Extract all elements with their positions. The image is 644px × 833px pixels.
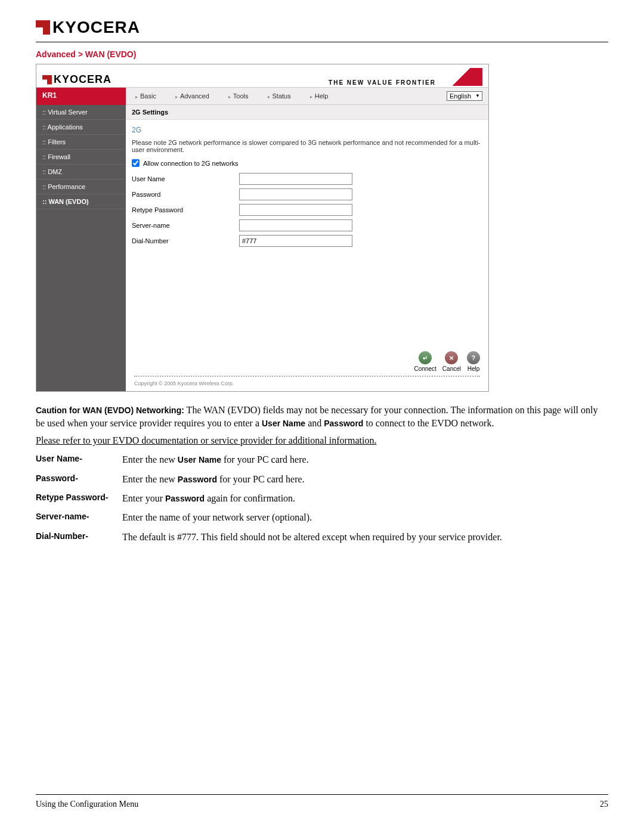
section-heading: 2G Settings <box>126 105 488 120</box>
definition-term: Retype Password- <box>36 492 122 505</box>
caution-paragraph: Caution for WAN (EVDO) Networking: The W… <box>36 404 608 431</box>
brand-text: KYOCERA <box>52 18 140 37</box>
sidebar-item-dmz[interactable]: :: DMZ <box>36 165 126 179</box>
header-rule <box>36 42 608 42</box>
sidebar-item-filters[interactable]: :: Filters <box>36 135 126 150</box>
server-name-label: Server-name <box>132 222 239 229</box>
allow-2g-checkbox-row[interactable]: Allow connection to 2G networks <box>132 159 482 167</box>
definition-desc: Enter your Password again for confirmati… <box>122 492 608 505</box>
caution-and: and <box>305 418 324 428</box>
username-label: User Name <box>132 175 239 182</box>
dotted-divider <box>134 376 480 377</box>
help-label: Help <box>467 366 480 372</box>
definition-term: Dial-Number- <box>36 531 122 544</box>
tab-advanced[interactable]: Advanced <box>172 90 213 102</box>
cancel-button[interactable]: ✕ Cancel <box>442 351 461 372</box>
brand-logo: KYOCERA <box>36 18 608 37</box>
definition-row: Dial-Number-The default is #777. This fi… <box>36 531 608 544</box>
model-label: KR1 <box>36 88 126 105</box>
sidebar-item-wan-evdo[interactable]: :: WAN (EVDO) <box>36 194 126 209</box>
corner-decoration <box>441 68 482 86</box>
config-screenshot: KYOCERA THE NEW VALUE FRONTIER KR1 Basic… <box>36 64 489 392</box>
server-name-input[interactable] <box>239 219 352 231</box>
screenshot-logo: KYOCERA <box>42 73 112 86</box>
breadcrumb: Advanced > WAN (EVDO) <box>36 49 608 59</box>
tab-help[interactable]: Help <box>306 90 332 102</box>
dial-number-label: Dial-Number <box>132 237 239 244</box>
sidebar: :: Virtual Server :: Applications :: Fil… <box>36 105 126 391</box>
caution-text-2: to connect to the EVDO network. <box>363 418 494 428</box>
refer-text: Please refer to your EVDO documentation … <box>36 434 608 447</box>
page-footer: Using the Configuration Menu 25 <box>36 794 608 809</box>
definition-row: Retype Password-Enter your Password agai… <box>36 492 608 505</box>
connect-icon: ↵ <box>419 351 432 364</box>
definition-desc: The default is #777. This field should n… <box>122 531 608 544</box>
sidebar-item-performance[interactable]: :: Performance <box>36 179 126 194</box>
username-input[interactable] <box>239 173 352 185</box>
password-label: Password <box>132 191 239 198</box>
definition-desc: Enter the new User Name for your PC card… <box>122 453 608 466</box>
help-button[interactable]: ? Help <box>467 351 480 372</box>
brand-mark-icon <box>42 75 52 85</box>
cancel-icon: ✕ <box>445 351 458 364</box>
language-select[interactable]: English <box>447 91 482 101</box>
sidebar-item-firewall[interactable]: :: Firewall <box>36 150 126 165</box>
allow-2g-label: Allow connection to 2G networks <box>143 160 239 167</box>
top-tabs: Basic Advanced Tools Status Help English <box>126 88 488 105</box>
screenshot-logo-text: KYOCERA <box>54 73 112 86</box>
definition-term: Password- <box>36 473 122 486</box>
definition-row: Password-Enter the new Password for your… <box>36 473 608 486</box>
definition-desc: Enter the name of your network server (o… <box>122 511 608 524</box>
retype-password-input[interactable] <box>239 204 352 216</box>
copyright-text: Copyright © 2005 Kyocera Wireless Corp. <box>126 379 488 391</box>
connect-button[interactable]: ↵ Connect <box>414 351 436 372</box>
tagline: THE NEW VALUE FRONTIER <box>329 79 436 86</box>
definition-desc: Enter the new Password for your PC card … <box>122 473 608 486</box>
brand-mark-icon <box>36 20 50 35</box>
caution-password-bold: Password <box>324 419 363 428</box>
footer-text: Using the Configuration Menu <box>36 800 138 809</box>
definition-term: User Name- <box>36 453 122 466</box>
password-input[interactable] <box>239 188 352 200</box>
doc-body: Caution for WAN (EVDO) Networking: The W… <box>36 404 608 544</box>
sidebar-item-virtual-server[interactable]: :: Virtual Server <box>36 105 126 120</box>
tab-basic[interactable]: Basic <box>132 90 160 102</box>
performance-note: Please note 2G network performance is sl… <box>132 139 482 153</box>
screenshot-header: KYOCERA THE NEW VALUE FRONTIER <box>36 64 488 88</box>
content-panel: 2G Settings 2G Please note 2G network pe… <box>126 105 488 391</box>
definition-row: User Name-Enter the new User Name for yo… <box>36 453 608 466</box>
connect-label: Connect <box>414 366 436 372</box>
sidebar-item-applications[interactable]: :: Applications <box>36 120 126 135</box>
retype-password-label: Retype Password <box>132 206 239 213</box>
cancel-label: Cancel <box>442 366 461 372</box>
caution-heading: Caution for WAN (EVDO) Networking: <box>36 405 184 415</box>
dial-number-input[interactable] <box>239 235 352 247</box>
help-icon: ? <box>467 351 480 364</box>
definition-term: Server-name- <box>36 511 122 524</box>
allow-2g-checkbox[interactable] <box>132 159 140 167</box>
field-definitions: User Name-Enter the new User Name for yo… <box>36 453 608 544</box>
caution-username-bold: User Name <box>262 419 305 428</box>
tab-tools[interactable]: Tools <box>225 90 252 102</box>
section-title: 2G <box>132 126 482 134</box>
definition-row: Server-name-Enter the name of your netwo… <box>36 511 608 524</box>
action-buttons: ↵ Connect ✕ Cancel ? Help <box>126 345 488 373</box>
tab-status[interactable]: Status <box>264 90 295 102</box>
page-number: 25 <box>600 800 608 809</box>
